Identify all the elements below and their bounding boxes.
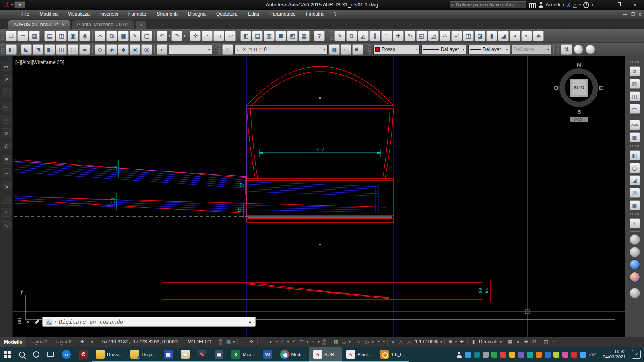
- tray-icon-3[interactable]: [483, 352, 489, 358]
- 3d-pan-icon[interactable]: ⇅: [561, 44, 572, 55]
- quickcalc-icon[interactable]: ▦: [299, 31, 310, 41]
- restore-button[interactable]: [612, 1, 625, 9]
- properties-palette-icon[interactable]: ◧: [240, 31, 251, 41]
- drawing-canvas[interactable]: Y 517 25 18 57: [13, 56, 625, 337]
- search-binoculars-icon[interactable]: [529, 2, 536, 7]
- signin-label[interactable]: Accedi: [546, 2, 560, 8]
- camera-icon[interactable]: ◎: [141, 44, 152, 55]
- dynamic-input-icon[interactable]: ✛: [248, 338, 256, 346]
- viewports-cascade-icon[interactable]: ⧉: [630, 66, 640, 76]
- snap-mode-icon[interactable]: ▦: [225, 338, 233, 346]
- rotate-icon[interactable]: ↻: [405, 31, 415, 41]
- move-icon[interactable]: ✚: [393, 31, 404, 41]
- cortana-button[interactable]: [29, 347, 43, 362]
- command-customize-wrench-icon[interactable]: [35, 319, 40, 324]
- break-icon[interactable]: ◪: [475, 31, 485, 41]
- dim-angular-icon[interactable]: ∠: [2, 142, 11, 150]
- fillet-icon[interactable]: ◕: [510, 31, 520, 41]
- notification-center-button[interactable]: 2: [632, 350, 641, 359]
- redo-caret-icon[interactable]: ▾: [184, 34, 185, 38]
- gizmo-icon[interactable]: ◔: [374, 338, 382, 346]
- help-search-input[interactable]: Digitare parola chiave o frase: [450, 1, 526, 8]
- menu-quotatura[interactable]: Quotatura: [211, 10, 243, 19]
- exchange-apps-icon[interactable]: X: [567, 2, 570, 8]
- markup-set-icon[interactable]: ◩: [287, 31, 298, 41]
- undo-icon[interactable]: ↶: [157, 31, 167, 41]
- trim-icon[interactable]: -/-: [440, 31, 450, 41]
- extend-icon[interactable]: --/: [451, 31, 462, 41]
- stretch-icon[interactable]: ◿: [428, 31, 439, 41]
- doc-close-icon[interactable]: x: [639, 12, 641, 16]
- menu-formato[interactable]: Formato: [123, 10, 152, 19]
- text-style-icon[interactable]: ABC: [630, 120, 640, 130]
- tab-close-icon[interactable]: ✕: [61, 22, 65, 27]
- tray-icon-13[interactable]: [571, 352, 577, 358]
- a360-icon[interactable]: △: [573, 2, 577, 8]
- tolerance-icon[interactable]: ⊥: [2, 195, 11, 204]
- visual-style-realistic-icon[interactable]: [630, 272, 640, 282]
- view-front-icon[interactable]: ▢: [68, 44, 78, 55]
- task-view-button[interactable]: [43, 347, 58, 362]
- hatch-viewport-icon[interactable]: ▩: [630, 132, 640, 142]
- color-dropdown[interactable]: Rosso ▾: [373, 45, 420, 54]
- compass-east[interactable]: E: [599, 84, 603, 91]
- volume-icon[interactable]: ◁✓: [589, 352, 597, 357]
- quick-properties-icon[interactable]: ▦: [506, 338, 514, 346]
- view-top-icon[interactable]: ◣: [21, 44, 32, 55]
- menu-modifica[interactable]: Modifica: [34, 10, 63, 19]
- annotation-visibility-icon[interactable]: ▲: [389, 338, 397, 346]
- break-point-icon[interactable]: ◫: [463, 31, 474, 41]
- new-tab-button[interactable]: +: [136, 21, 146, 29]
- dim-diameter-icon[interactable]: ⌀: [2, 128, 11, 137]
- matchprop-brush-icon[interactable]: ✎: [334, 31, 345, 41]
- viewport-controls-label[interactable]: [−][Alto][Wireframe 2D]: [15, 60, 64, 65]
- scale-icon[interactable]: ◱: [416, 31, 427, 41]
- 3d-osnap-icon[interactable]: ◇: [340, 338, 348, 346]
- clean-screen-icon[interactable]: ◲: [542, 338, 550, 346]
- undo-caret-icon[interactable]: ▾: [169, 34, 170, 38]
- annotation-monitor-icon[interactable]: ✚: [458, 338, 466, 346]
- start-button[interactable]: [0, 347, 15, 362]
- compass-west[interactable]: O: [554, 84, 559, 91]
- layer-on-icon[interactable]: ☼: [236, 47, 240, 52]
- polygonal-viewport-icon[interactable]: ◢: [630, 175, 640, 185]
- taskbar-camera-doc[interactable]: 1 b_I...: [376, 347, 409, 362]
- tray-icon-8[interactable]: [527, 352, 533, 358]
- polar-caret-icon[interactable]: ▾: [275, 340, 279, 344]
- view-dropdown[interactable]: ▾: [169, 45, 212, 54]
- save-icon[interactable]: ▦: [29, 31, 40, 41]
- command-grip-handle[interactable]: [18, 318, 21, 325]
- layer-properties-icon[interactable]: ≣: [222, 44, 233, 55]
- layer-unlock-icon[interactable]: ⊔: [254, 47, 258, 52]
- taskbar-chrome[interactable]: Modi...: [276, 347, 310, 362]
- tool-palettes-icon[interactable]: ▥: [264, 31, 275, 41]
- iso-nw-icon[interactable]: ◉: [130, 44, 140, 55]
- blend-curves-icon[interactable]: ∿: [521, 31, 532, 41]
- object-snap-icon[interactable]: ▢: [298, 338, 306, 346]
- tray-icon-9[interactable]: [536, 352, 542, 358]
- iso-se-icon[interactable]: ◈: [106, 44, 117, 55]
- menu-inserisci[interactable]: Inserisci: [95, 10, 123, 19]
- dim-edit-icon[interactable]: ∿: [2, 221, 11, 230]
- annotation-scale-value[interactable]: 1:1 / 100%: [413, 339, 440, 345]
- tray-icon-4[interactable]: [491, 352, 497, 358]
- tray-icon-14[interactable]: [580, 352, 586, 358]
- taskbar-save-tool[interactable]: ▦: [160, 347, 177, 362]
- tray-icon-10[interactable]: [545, 352, 551, 358]
- match-properties-icon[interactable]: ✎: [130, 31, 140, 41]
- mirror-icon[interactable]: ◭: [358, 31, 369, 41]
- view-back-icon[interactable]: ▣: [79, 44, 90, 55]
- copy-object-icon[interactable]: ⧉: [346, 31, 357, 41]
- tray-icon-5[interactable]: [500, 352, 506, 358]
- workspace-gear-icon[interactable]: ✺: [446, 338, 454, 346]
- people-icon[interactable]: [456, 352, 462, 358]
- doc-restore-icon[interactable]: ❐: [631, 12, 635, 16]
- a360-caret-icon[interactable]: ▾: [579, 3, 581, 7]
- redo-icon[interactable]: ↷: [171, 31, 182, 41]
- rect-viewport-icon[interactable]: ▢: [630, 163, 640, 173]
- units-value[interactable]: Decimali: [477, 339, 499, 345]
- taskbar-autocad-pianta[interactable]: A Piant...: [342, 347, 376, 362]
- layout-viewports-icon[interactable]: ◧: [630, 150, 640, 160]
- tray-icon-7[interactable]: [518, 352, 524, 358]
- linetype-dropdown[interactable]: DaLayer ▾: [421, 45, 466, 54]
